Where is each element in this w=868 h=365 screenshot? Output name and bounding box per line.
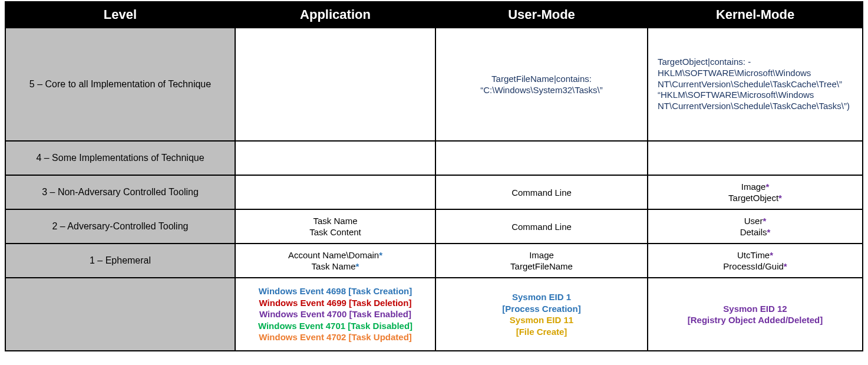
cell-um-3: Command Line: [435, 175, 648, 209]
star-icon: *: [763, 216, 766, 226]
cell-um-5: TargetFileName|contains: “C:\Windows\Sys…: [435, 28, 648, 141]
app1-line1: Account Name\Domain*: [242, 249, 429, 261]
cell-level-4: 4 – Some Implementations of Technique: [5, 141, 235, 175]
header-row: Level Application User-Mode Kernel-Mode: [5, 2, 863, 28]
km2-line1: User*: [654, 215, 856, 227]
header-user-mode: User-Mode: [435, 2, 648, 28]
km1-pidguid: ProcessId/Guid: [723, 261, 784, 271]
cell-level-footer: [5, 278, 235, 351]
cell-app-4: [235, 141, 435, 175]
um5-line2: “C:\Windows\System32\Tasks\”: [442, 84, 641, 96]
app-footer-4698: Windows Event 4698 [Task Creation]: [242, 285, 429, 297]
app-footer-4699: Windows Event 4699 [Task Deletion]: [242, 297, 429, 309]
cell-km-5: TargetObject|contains: - HKLM\SOFTWARE\M…: [648, 28, 863, 141]
um1-line1: Image: [442, 249, 641, 261]
km2-user: User: [744, 216, 763, 226]
cell-app-5: [235, 28, 435, 141]
um-footer-filecreate: [File Create]: [442, 326, 641, 338]
km2-line2: Details*: [654, 226, 856, 238]
row-level-3: 3 – Non-Adversary Controlled Tooling Com…: [5, 175, 863, 209]
km2-details: Details: [740, 227, 767, 237]
cell-km-2: User* Details*: [648, 209, 863, 244]
km3-line1: Image*: [654, 181, 856, 193]
detection-table: Level Application User-Mode Kernel-Mode …: [5, 1, 863, 351]
header-level: Level: [5, 2, 235, 28]
app2-line1: Task Name: [242, 215, 429, 227]
row-level-5: 5 – Core to all Implementation of Techni…: [5, 28, 863, 141]
row-level-1: 1 – Ephemeral Account Name\Domain* Task …: [5, 244, 863, 278]
cell-level-1: 1 – Ephemeral: [5, 244, 235, 278]
um-footer-eid1: Sysmon EID 1: [442, 291, 641, 303]
cell-um-1: Image TargetFileName: [435, 244, 648, 278]
km1-utctime: UtcTime: [737, 250, 770, 260]
app2-line2: Task Content: [242, 226, 429, 238]
um-footer-eid11: Sysmon EID 11: [442, 314, 641, 326]
app1-line2: Task Name*: [242, 261, 429, 272]
app1-account: Account Name\Domain: [288, 250, 379, 260]
cell-um-4: [435, 141, 648, 175]
um5-line1: TargetFileName|contains:: [442, 73, 641, 85]
app-footer-4702: Windows Event 4702 [Task Updated]: [242, 331, 429, 343]
star-icon: *: [778, 193, 782, 203]
header-kernel-mode: Kernel-Mode: [648, 2, 863, 28]
row-footer: Windows Event 4698 [Task Creation] Windo…: [5, 278, 863, 351]
star-icon: *: [356, 261, 359, 271]
km-footer-eid12: Sysmon EID 12: [654, 303, 856, 315]
um-footer-proc: [Process Creation]: [442, 303, 641, 315]
km-footer-regobj: [Registry Object Added/Deleted]: [654, 314, 856, 326]
cell-um-footer: Sysmon EID 1 [Process Creation] Sysmon E…: [435, 278, 648, 351]
cell-level-5: 5 – Core to all Implementation of Techni…: [5, 28, 235, 141]
app-footer-4700: Windows Event 4700 [Task Enabled]: [242, 308, 429, 320]
km3-image: Image: [741, 182, 766, 192]
km3-targetobject: TargetObject: [728, 193, 778, 203]
km1-line2: ProcessId/Guid*: [654, 261, 856, 272]
star-icon: *: [784, 261, 787, 271]
star-icon: *: [765, 182, 769, 192]
um1-line2: TargetFileName: [442, 261, 641, 272]
cell-app-3: [235, 175, 435, 209]
header-application: Application: [235, 2, 435, 28]
star-icon: *: [767, 227, 771, 237]
app-footer-4701: Windows Event 4701 [Task Disabled]: [242, 320, 429, 332]
cell-um-2: Command Line: [435, 209, 648, 244]
cell-km-1: UtcTime* ProcessId/Guid*: [648, 244, 863, 278]
star-icon: *: [770, 250, 773, 260]
cell-km-4: [648, 141, 863, 175]
cell-app-footer: Windows Event 4698 [Task Creation] Windo…: [235, 278, 435, 351]
cell-km-footer: Sysmon EID 12 [Registry Object Added/Del…: [648, 278, 863, 351]
cell-level-3: 3 – Non-Adversary Controlled Tooling: [5, 175, 235, 209]
cell-app-2: Task Name Task Content: [235, 209, 435, 244]
cell-app-1: Account Name\Domain* Task Name*: [235, 244, 435, 278]
star-icon: *: [379, 250, 382, 260]
row-level-2: 2 – Adversary-Controlled Tooling Task Na…: [5, 209, 863, 244]
row-level-4: 4 – Some Implementations of Technique: [5, 141, 863, 175]
app1-taskname: Task Name: [312, 261, 356, 271]
km1-line1: UtcTime*: [654, 249, 856, 261]
cell-level-2: 2 – Adversary-Controlled Tooling: [5, 209, 235, 244]
km3-line2: TargetObject*: [654, 192, 856, 204]
cell-km-3: Image* TargetObject*: [648, 175, 863, 209]
